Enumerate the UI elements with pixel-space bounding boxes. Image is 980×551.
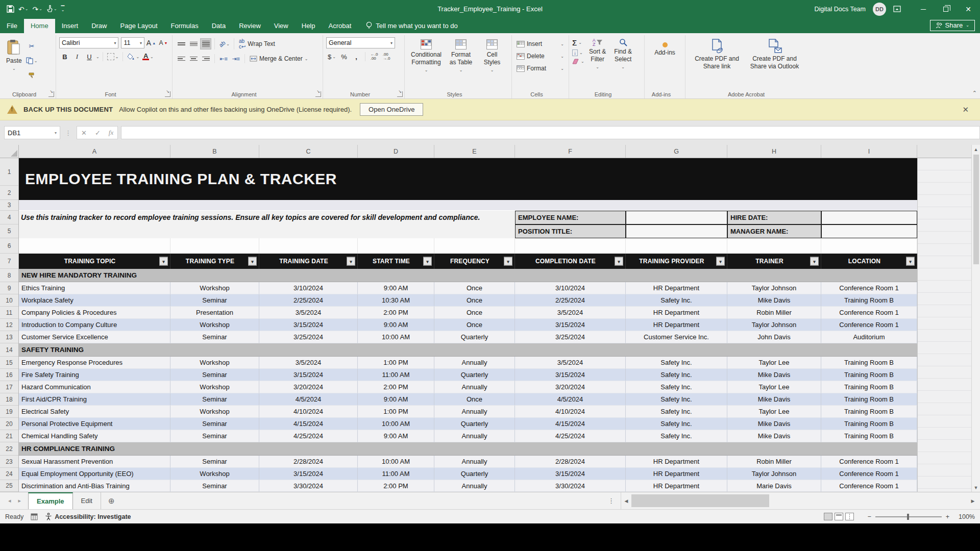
employee-name-label-cell[interactable]: EMPLOYEE NAME:: [515, 211, 626, 224]
format-cells-button[interactable]: Format ⌄: [515, 64, 566, 73]
table-cell[interactable]: Once: [434, 282, 515, 294]
empty-cell[interactable]: [358, 238, 434, 254]
zoom-slider[interactable]: [875, 516, 942, 517]
customize-qat-icon[interactable]: ▔⌄: [60, 6, 66, 12]
row-header-6[interactable]: 6: [0, 238, 18, 254]
redo-dropdown-icon[interactable]: ⌄: [39, 7, 42, 11]
accessibility-status[interactable]: Accessibility: Investigate: [45, 513, 131, 520]
page-layout-view-icon[interactable]: [835, 513, 843, 520]
scroll-right-icon[interactable]: ▶: [968, 498, 978, 504]
table-cell[interactable]: Annually: [434, 480, 515, 492]
row-header-5[interactable]: 5: [0, 224, 18, 238]
spacer-row[interactable]: [19, 200, 917, 211]
table-cell[interactable]: Emergency Response Procedures: [19, 357, 170, 369]
table-header-start-time[interactable]: START TIME▾: [358, 254, 434, 269]
fill-button[interactable]: ↓⌄: [572, 49, 584, 56]
table-cell[interactable]: Chemical Handling Safety: [19, 430, 170, 442]
column-header-e[interactable]: E: [434, 145, 515, 158]
table-cell[interactable]: Taylor Johnson: [727, 282, 821, 294]
horizontal-scroll-thumb[interactable]: [631, 494, 769, 507]
filter-dropdown-icon[interactable]: ▾: [810, 257, 819, 266]
redo-icon[interactable]: ↷⌄: [31, 4, 43, 14]
new-sheet-button[interactable]: ⊕: [101, 492, 122, 509]
row-header-9[interactable]: 9: [0, 282, 18, 294]
fill-color-icon[interactable]: ⌄: [126, 51, 140, 62]
table-cell[interactable]: 3/15/2024: [259, 319, 358, 331]
table-cell[interactable]: Electrical Safety: [19, 406, 170, 418]
table-cell[interactable]: Quarterly: [434, 331, 515, 343]
table-cell[interactable]: 10:00 AM: [358, 456, 434, 468]
bold-button[interactable]: B: [59, 51, 70, 62]
table-cell[interactable]: Annually: [434, 430, 515, 442]
row-header-23[interactable]: 23: [0, 456, 18, 468]
table-cell[interactable]: Workshop: [170, 357, 259, 369]
table-cell[interactable]: 3/5/2024: [515, 307, 626, 319]
table-cell[interactable]: 3/25/2024: [259, 331, 358, 343]
section-row-safety-training[interactable]: SAFETY TRAINING: [19, 343, 917, 357]
filter-dropdown-icon[interactable]: ▾: [615, 257, 623, 266]
table-cell[interactable]: First Aid/CPR Training: [19, 393, 170, 406]
prev-sheet-icon[interactable]: ◂: [8, 497, 11, 504]
align-bottom-icon[interactable]: [200, 38, 211, 49]
table-cell[interactable]: Safety Inc.: [626, 430, 727, 442]
table-header-completion-date[interactable]: COMPLETION DATE▾: [515, 254, 626, 269]
table-cell[interactable]: 4/5/2024: [259, 393, 358, 406]
table-cell[interactable]: Safety Inc.: [626, 357, 727, 369]
autosum-button[interactable]: Σ⌄: [572, 38, 584, 47]
table-header-location[interactable]: LOCATION▾: [821, 254, 917, 269]
collapse-ribbon-icon[interactable]: ⌃: [972, 90, 977, 96]
format-painter-icon[interactable]: [25, 70, 39, 81]
wrap-text-button[interactable]: abc↩ Wrap Text: [237, 37, 277, 51]
merge-center-button[interactable]: Merge & Center ⌄: [248, 54, 309, 63]
table-header-trainer[interactable]: TRAINER▾: [727, 254, 821, 269]
menu-tab-file[interactable]: File: [0, 19, 24, 33]
table-cell[interactable]: Hazard Communication: [19, 381, 170, 393]
vertical-scrollbar[interactable]: ▲ ▼: [971, 145, 980, 492]
increase-decimal-icon[interactable]: ←.0.00: [369, 51, 380, 62]
column-header-i[interactable]: I: [821, 145, 917, 158]
normal-view-icon[interactable]: [824, 513, 832, 520]
section-row-new-hire-mandatory-training[interactable]: NEW HIRE MANDATORY TRAINING: [19, 269, 917, 282]
empty-cell[interactable]: [727, 238, 821, 254]
align-center-icon[interactable]: [188, 53, 199, 64]
name-box[interactable]: DB1 ▾: [4, 126, 60, 139]
position-title-value-cell[interactable]: [626, 224, 727, 238]
create-pdf-outlook-button[interactable]: Create PDF and Share via Outlook: [745, 37, 804, 89]
table-cell[interactable]: Training Room B: [821, 294, 917, 307]
name-box-dropdown-icon[interactable]: ▾: [55, 131, 57, 135]
comma-format-icon[interactable]: ,: [351, 51, 362, 62]
manager-name-value-cell[interactable]: [821, 224, 917, 238]
column-header-h[interactable]: H: [727, 145, 821, 158]
table-cell[interactable]: Conference Room 1: [821, 456, 917, 468]
row-header-18[interactable]: 18: [0, 393, 18, 406]
table-cell[interactable]: Customer Service Excellence: [19, 331, 170, 343]
orientation-icon[interactable]: ab⌄: [218, 38, 231, 49]
row-header-19[interactable]: 19: [0, 406, 18, 418]
table-cell[interactable]: Seminar: [170, 418, 259, 430]
table-cell[interactable]: Mike Davis: [727, 393, 821, 406]
table-cell[interactable]: Conference Room 1: [821, 480, 917, 492]
row-header-25[interactable]: 25: [0, 480, 18, 492]
undo-dropdown-icon[interactable]: ⌄: [25, 7, 29, 11]
macro-record-icon[interactable]: [31, 513, 38, 520]
table-cell[interactable]: Annually: [434, 456, 515, 468]
align-left-icon[interactable]: [176, 53, 187, 64]
filter-dropdown-icon[interactable]: ▾: [716, 257, 725, 266]
row-header-20[interactable]: 20: [0, 418, 18, 430]
table-cell[interactable]: Safety Inc.: [626, 406, 727, 418]
clear-button[interactable]: ⌄: [572, 59, 584, 64]
table-cell[interactable]: HR Department: [626, 319, 727, 331]
table-cell[interactable]: Presentation: [170, 307, 259, 319]
touch-mode-dropdown-icon[interactable]: ⌄: [54, 7, 57, 11]
manager-name-label-cell[interactable]: MANAGER NAME:: [727, 224, 821, 238]
empty-row[interactable]: [19, 238, 917, 254]
table-cell[interactable]: Seminar: [170, 294, 259, 307]
table-cell[interactable]: Quarterly: [434, 369, 515, 381]
table-cell[interactable]: Conference Room 1: [821, 282, 917, 294]
filter-dropdown-icon[interactable]: ▾: [159, 257, 168, 266]
scroll-left-icon[interactable]: ◀: [621, 498, 631, 504]
create-pdf-share-link-button[interactable]: Create PDF and Share link: [689, 37, 745, 89]
table-cell[interactable]: Workshop: [170, 319, 259, 331]
alignment-dialog-launcher-icon[interactable]: [315, 91, 321, 97]
column-header-c[interactable]: C: [259, 145, 358, 158]
